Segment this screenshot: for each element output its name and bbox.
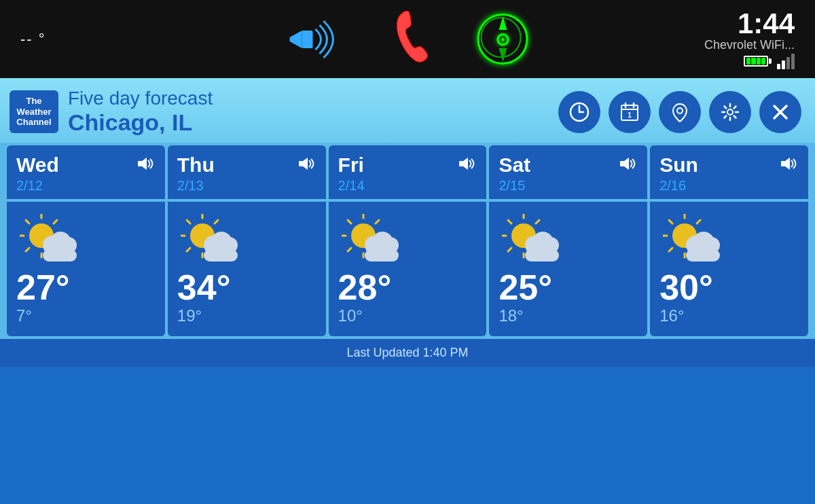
forecast-col-1: Thu 2/13 — [168, 145, 326, 336]
svg-point-11 — [727, 109, 733, 115]
svg-line-63 — [508, 220, 511, 223]
day-speaker-2[interactable] — [458, 157, 477, 173]
svg-line-77 — [669, 220, 672, 223]
volume-icon[interactable] — [287, 16, 348, 63]
svg-marker-57 — [624, 158, 629, 170]
day-weather-4: 30° 16° — [650, 202, 808, 336]
day-date-4: 2/16 — [659, 178, 799, 194]
signal-bars — [777, 54, 795, 69]
weather-icon-3 — [499, 209, 638, 270]
svg-line-36 — [215, 220, 218, 223]
svg-rect-55 — [365, 249, 399, 262]
svg-marker-29 — [303, 158, 308, 170]
svg-rect-27 — [43, 249, 77, 262]
app-header: The Weather Channel Five day forecast Ch… — [0, 78, 815, 143]
svg-line-22 — [54, 220, 57, 223]
day-header-1: Thu 2/13 — [168, 145, 326, 199]
day-weather-2: 28° 10° — [329, 202, 487, 336]
temp-low-4: 16° — [659, 306, 799, 325]
day-date-2: 2/14 — [338, 178, 477, 194]
last-updated: Last Updated 1:40 PM — [346, 346, 468, 359]
day-date-0: 2/12 — [16, 178, 156, 194]
status-right: 1:44 Chevrolet WiFi... — [704, 10, 795, 69]
twc-logo: The Weather Channel — [10, 90, 58, 133]
calendar-button[interactable]: 1 — [609, 91, 651, 133]
day-name-0: Wed — [16, 154, 59, 177]
svg-rect-83 — [686, 249, 720, 262]
svg-line-21 — [26, 220, 29, 223]
day-speaker-3[interactable] — [619, 157, 638, 173]
weather-icon-0 — [16, 209, 156, 270]
status-bar: -- ° ⊙ 1:44 Chevro — [0, 0, 815, 78]
clock-button[interactable] — [558, 91, 600, 133]
day-speaker-0[interactable] — [137, 157, 156, 173]
svg-marker-71 — [785, 158, 790, 170]
temp-high-2: 28° — [338, 270, 477, 305]
day-weather-1: 34° 19° — [168, 202, 326, 336]
forecast-col-3: Sat 2/15 — [489, 145, 647, 336]
svg-line-50 — [376, 220, 379, 223]
day-header-0: Wed 2/12 — [7, 145, 165, 199]
signal-indicator: -- ° — [20, 31, 46, 48]
forecast-title: Five day forecast — [68, 88, 213, 109]
forecast-col-0: Wed 2/12 — [7, 145, 165, 336]
svg-line-78 — [697, 220, 700, 223]
svg-line-51 — [348, 248, 351, 251]
temp-high-3: 25° — [499, 270, 638, 305]
svg-rect-28 — [299, 161, 303, 166]
day-speaker-1[interactable] — [297, 157, 316, 173]
svg-rect-0 — [302, 31, 313, 48]
temp-high-4: 30° — [659, 270, 799, 305]
day-date-1: 2/13 — [177, 178, 316, 194]
day-name-1: Thu — [177, 154, 215, 177]
svg-rect-14 — [138, 161, 142, 166]
location-button[interactable] — [659, 91, 701, 133]
svg-rect-56 — [620, 161, 624, 166]
temp-high-1: 34° — [177, 270, 316, 305]
day-header-2: Fri 2/14 — [329, 145, 487, 199]
location-label: Chicago, IL — [68, 109, 213, 136]
day-name-3: Sat — [499, 154, 530, 177]
settings-button[interactable] — [709, 91, 751, 133]
forecast-info: Five day forecast Chicago, IL — [68, 88, 213, 136]
wifi-label: Chevrolet WiFi... — [704, 38, 795, 52]
compass-icon[interactable]: ⊙ — [477, 14, 528, 65]
weather-icon-4 — [659, 209, 799, 270]
day-name-4: Sun — [659, 154, 698, 177]
temp-high-0: 27° — [16, 270, 156, 305]
day-header-3: Sat 2/15 — [489, 145, 647, 199]
header-left: The Weather Channel Five day forecast Ch… — [10, 88, 213, 136]
forecast-grid: Wed 2/12 — [0, 143, 815, 339]
clock-display: 1:44 — [704, 10, 795, 38]
svg-rect-69 — [525, 249, 559, 262]
svg-line-23 — [26, 248, 29, 251]
svg-point-10 — [677, 108, 683, 113]
main-content: The Weather Channel Five day forecast Ch… — [0, 78, 815, 504]
battery-icon — [744, 56, 772, 67]
svg-marker-15 — [142, 158, 147, 170]
temp-low-3: 18° — [499, 306, 638, 325]
phone-icon[interactable] — [389, 11, 437, 68]
svg-line-37 — [187, 248, 190, 251]
svg-marker-43 — [463, 158, 468, 170]
close-button[interactable] — [759, 91, 801, 133]
temp-low-1: 19° — [177, 306, 316, 325]
weather-icon-1 — [177, 209, 316, 270]
header-controls: 1 — [558, 91, 801, 133]
day-header-4: Sun 2/16 — [650, 145, 808, 199]
weather-icon-2 — [338, 209, 477, 270]
svg-rect-42 — [459, 161, 463, 166]
svg-rect-41 — [204, 249, 238, 262]
svg-line-49 — [348, 220, 351, 223]
app-footer: Last Updated 1:40 PM — [0, 339, 815, 367]
svg-rect-70 — [781, 161, 785, 166]
svg-text:1: 1 — [628, 111, 632, 119]
day-weather-0: 27° 7° — [7, 202, 165, 336]
svg-line-65 — [508, 248, 511, 251]
forecast-col-4: Sun 2/16 — [650, 145, 808, 336]
svg-line-79 — [669, 248, 672, 251]
temp-low-2: 10° — [338, 306, 477, 325]
day-speaker-4[interactable] — [780, 157, 799, 173]
day-weather-3: 25° 18° — [489, 202, 647, 336]
forecast-col-2: Fri 2/14 — [329, 145, 487, 336]
